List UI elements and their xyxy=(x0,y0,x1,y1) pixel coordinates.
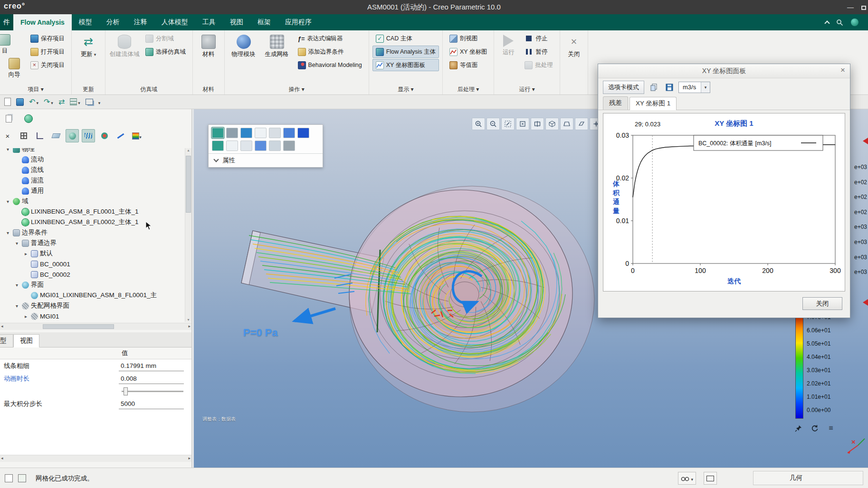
tree-expand-icon[interactable]: ▾ xyxy=(14,282,20,288)
tab-residual[interactable]: 残差 xyxy=(603,96,628,110)
slider-track[interactable] xyxy=(122,391,183,392)
tree-item[interactable]: 流动 xyxy=(1,154,184,165)
repaint-icon[interactable] xyxy=(516,118,529,130)
display-option-icon[interactable] xyxy=(283,128,295,138)
probe-display-toggle[interactable] xyxy=(98,129,111,142)
display-option-icon[interactable] xyxy=(212,141,224,151)
tab-framework[interactable]: 框架 xyxy=(250,14,278,30)
run-group-label[interactable]: 运行 ▾ xyxy=(494,85,560,94)
regenerate-options-button[interactable] xyxy=(68,96,82,108)
stop-button[interactable]: 停止 xyxy=(521,32,556,45)
tree-expand-icon[interactable]: ▾ xyxy=(5,148,11,152)
display-option-icon[interactable] xyxy=(226,141,238,151)
plane-display-button[interactable] xyxy=(49,129,63,142)
tab-manikin[interactable]: 人体模型 xyxy=(154,14,195,30)
add-boundary-condition-button[interactable]: 添加边界条件 xyxy=(295,46,365,58)
tab-mode-button[interactable]: 选项卡模式 xyxy=(603,81,644,94)
scroll-right-icon[interactable] xyxy=(188,456,191,460)
tab-annotate[interactable]: 注释 xyxy=(127,14,154,30)
pin-icon[interactable] xyxy=(793,423,804,433)
pause-button[interactable]: 暂停 xyxy=(521,46,556,58)
tree-expand-icon[interactable]: ▾ xyxy=(5,230,11,235)
scroll-left-icon[interactable] xyxy=(1,324,3,328)
streamline-display-toggle[interactable] xyxy=(82,129,95,142)
tree-item[interactable]: 通用 xyxy=(1,186,184,196)
copy-icon[interactable] xyxy=(647,82,660,93)
datum-display-icon[interactable] xyxy=(575,118,588,130)
props-horizontal-scrollbar[interactable] xyxy=(0,455,191,462)
properties-section-header[interactable]: 属性 xyxy=(209,153,323,167)
behavioral-modeling-button[interactable]: Behavioral Modeling xyxy=(295,59,365,71)
wizard-button[interactable]: 向导 xyxy=(3,56,25,79)
save-plot-icon[interactable] xyxy=(663,82,676,93)
new-file-button[interactable] xyxy=(3,96,12,108)
section-line-toggle[interactable] xyxy=(114,129,127,142)
toolbar-options-button[interactable] xyxy=(97,96,102,108)
select-sim-domain-button[interactable]: 选择仿真域 xyxy=(142,46,189,58)
display-option-icon[interactable] xyxy=(240,141,252,151)
regenerate-button[interactable] xyxy=(57,96,66,108)
minimize-button[interactable]: — xyxy=(844,0,857,14)
operations-group-label[interactable]: 操作 ▾ xyxy=(225,85,369,94)
xy-panel-titlebar[interactable]: XY 坐标图面板 × xyxy=(598,64,850,78)
scroll-left-icon[interactable] xyxy=(1,456,3,460)
tree-item[interactable]: MGI01_LIXINBENG_ASM_8_FL0001_主 xyxy=(1,290,184,300)
tree-view-button[interactable] xyxy=(33,129,47,142)
tree-expand-icon[interactable]: ▸ xyxy=(23,251,29,256)
project-button[interactable]: 目 xyxy=(0,32,16,55)
cad-body-toggle[interactable]: ✓ CAD 主体 xyxy=(372,32,439,45)
copy-pages-button[interactable] xyxy=(2,112,15,125)
window-switch-button[interactable] xyxy=(84,96,95,108)
tree-item[interactable]: ▾边界条件 xyxy=(1,227,184,238)
tree-expand-icon[interactable]: ▾ xyxy=(14,241,20,246)
close-button[interactable]: 关闭 xyxy=(802,297,842,310)
connect-badge-icon[interactable] xyxy=(850,18,859,27)
open-project-button[interactable]: 打开项目 xyxy=(27,46,68,58)
tree-vertical-scrollbar[interactable]: ▴▾ xyxy=(185,148,191,322)
display-style-icon[interactable] xyxy=(545,118,559,130)
tree-item[interactable]: ▾普通边界 xyxy=(1,238,184,248)
tab-model[interactable]: 模型 xyxy=(72,14,99,30)
tree-item[interactable]: BC_00001 xyxy=(1,259,184,269)
tab-analysis[interactable]: 分析 xyxy=(99,14,127,30)
display-option-icon[interactable] xyxy=(255,128,267,138)
batch-button[interactable]: 批处理 xyxy=(521,59,556,71)
property-value-field[interactable]: 0.17991 mm xyxy=(119,361,184,371)
refit-icon[interactable] xyxy=(501,118,515,130)
tree-horizontal-scrollbar[interactable] xyxy=(0,323,191,330)
close-project-button[interactable]: 关闭项目 xyxy=(27,59,68,71)
tree-item[interactable]: ▾界面 xyxy=(1,280,184,290)
physics-module-button[interactable]: 物理模块 xyxy=(228,32,259,58)
tree-item[interactable]: ▸MGI01 xyxy=(1,311,184,321)
display-option-icon[interactable] xyxy=(212,128,224,138)
tree-item[interactable]: LIXINBENG_ASM_8_FL0001_主体_1 xyxy=(1,206,184,217)
isosurface-button[interactable]: 等值面 xyxy=(446,59,490,71)
slider-handle[interactable] xyxy=(124,387,128,395)
tree-expand-icon[interactable]: ▾ xyxy=(5,199,11,204)
scroll-right-icon[interactable] xyxy=(188,324,191,328)
tab-file[interactable]: 件 xyxy=(0,14,13,30)
perspective-icon[interactable] xyxy=(560,118,573,130)
tree-item[interactable]: LIXINBENG_ASM_8_FL0002_主体_1 xyxy=(1,217,184,227)
scrollbar-thumb[interactable] xyxy=(43,324,114,329)
display-group-label[interactable]: 显示 ▾ xyxy=(369,85,442,94)
tab-view[interactable]: 视图 xyxy=(223,14,250,30)
zoom-out-icon[interactable] xyxy=(486,118,500,130)
status-layers-icon[interactable] xyxy=(5,474,13,482)
tree-item[interactable]: 流线 xyxy=(1,165,184,175)
property-value-field[interactable]: 5000 xyxy=(119,399,184,409)
save-button[interactable] xyxy=(15,96,25,108)
tab-applications[interactable]: 应用程序 xyxy=(278,14,319,30)
redo-button[interactable] xyxy=(42,96,55,108)
flow-analysis-body-toggle[interactable]: Flow Analysis 主体 xyxy=(372,46,439,58)
grid-view-button[interactable] xyxy=(17,129,30,142)
tab-view-props[interactable]: 视图 xyxy=(13,334,39,347)
maximize-button[interactable] xyxy=(858,0,868,14)
unit-select[interactable]: m3/s xyxy=(678,82,710,93)
tab-model-props[interactable]: 型 xyxy=(0,334,13,347)
clear-filter-button[interactable] xyxy=(1,129,14,142)
project-group-label[interactable]: 项目 ▾ xyxy=(0,85,71,94)
status-box-icon[interactable] xyxy=(18,474,26,482)
zoom-in-icon[interactable] xyxy=(472,118,485,130)
domain-display-toggle[interactable] xyxy=(66,129,79,142)
